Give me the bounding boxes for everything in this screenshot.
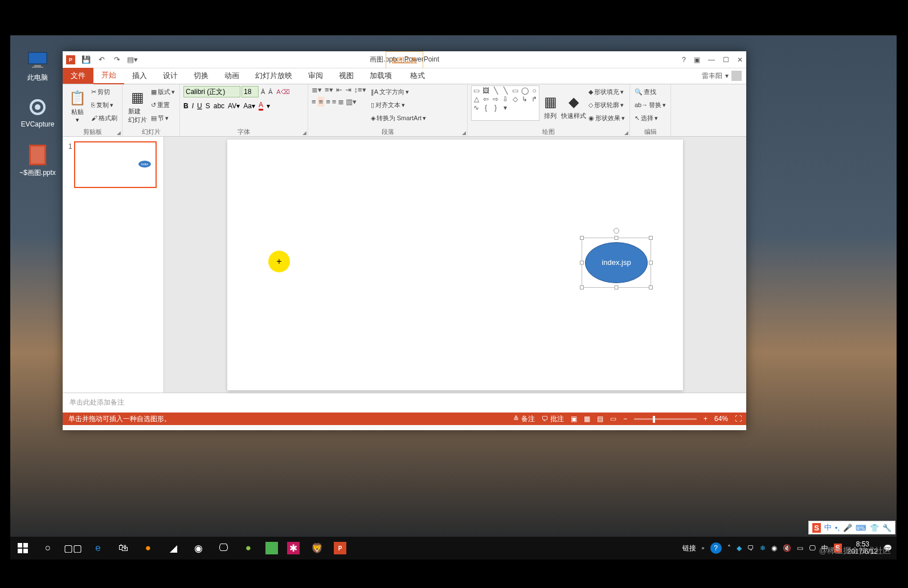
ime-tool-icon[interactable]: 🔧 [882,524,891,532]
tab-format[interactable]: 格式 [402,68,433,84]
dialog-launcher-icon[interactable]: ◢ [302,130,306,136]
comments-toggle[interactable]: 🗩 批注 [542,414,564,424]
arrange-button[interactable]: ▦排列 [541,85,560,126]
notes-toggle[interactable]: ≙ 备注 [513,414,534,424]
shape-arrow-l-icon[interactable]: ⇦ [482,95,490,103]
change-case-icon[interactable]: Aa▾ [243,102,255,110]
shape-brace-r-icon[interactable]: } [492,104,500,112]
align-right-icon[interactable]: ≡ [326,97,330,106]
store-icon[interactable]: 🛍 [115,540,131,556]
find-button[interactable]: 🔍 查找 [633,85,667,98]
resize-handle[interactable] [580,260,584,264]
paste-button[interactable]: 📋粘贴▾ [66,85,89,126]
tray-icon-5[interactable]: ▭ [797,544,803,552]
notes-pane[interactable]: 单击此处添加备注 [63,393,746,413]
shape-circle-icon[interactable]: ○ [530,87,538,95]
line-spacing-icon[interactable]: ↕≡▾ [354,85,366,94]
underline-icon[interactable]: U [197,102,202,110]
shadow-icon[interactable]: abc [214,102,224,110]
redo-icon[interactable]: ↷ [112,55,121,64]
ime-keyboard-icon[interactable]: ⌨ [856,524,866,532]
shape-rect-icon[interactable]: ▭ [511,87,519,95]
ellipse-shape[interactable]: index.jsp [585,242,648,283]
shapes-gallery[interactable]: ▭🖼╲╲▭◯ ○△⇦⇨⇩◇ ↳↱∿{}▾ [471,85,539,121]
layout-button[interactable]: ▦ 版式 ▾ [150,85,176,98]
tab-animation[interactable]: 动画 [216,68,247,84]
app-icon-4[interactable] [265,542,278,554]
ime-lang[interactable]: 中 [824,522,832,533]
sorter-view-icon[interactable]: ▦ [584,415,590,423]
slideshow-view-icon[interactable]: ▭ [610,415,616,423]
slide[interactable]: + index.jsp [227,140,683,390]
resize-handle[interactable] [649,260,653,264]
user-account[interactable]: 雷丰阳 ▾ [702,71,742,81]
minimize-icon[interactable]: — [708,56,715,64]
tray-icon-1[interactable]: ◆ [737,544,742,552]
decrease-indent-icon[interactable]: ⇤ [336,85,342,94]
shape-fill-button[interactable]: ◆ 形状填充 ▾ [587,85,626,98]
cortana-icon[interactable]: ○ [40,540,56,556]
shape-line2-icon[interactable]: ╲ [501,87,509,95]
normal-view-icon[interactable]: ▣ [571,415,577,423]
tab-file[interactable]: 文件 [63,68,93,84]
link-label[interactable]: 链接 [682,544,696,553]
select-button[interactable]: ↖ 选择 ▾ [633,112,667,124]
zoom-thumb[interactable] [653,416,655,423]
tray-icon-6[interactable]: 🖵 [809,544,816,552]
taskbar-powerpoint-icon[interactable]: P [334,542,346,554]
zoom-in-icon[interactable]: + [704,415,707,423]
replace-button[interactable]: ab→ 替换 ▾ [633,99,667,111]
resize-handle[interactable] [649,285,653,289]
volume-icon[interactable]: 🔇 [783,544,791,552]
tab-slideshow[interactable]: 幻灯片放映 [247,68,300,84]
firefox-icon[interactable]: ● [140,540,156,556]
tab-transition[interactable]: 切换 [186,68,216,84]
shape-more-icon[interactable]: ▾ [501,104,509,112]
zoom-level[interactable]: 64% [714,415,728,423]
shape-conn2-icon[interactable]: ↱ [530,95,538,103]
tab-addins[interactable]: 加载项 [362,68,400,84]
shape-textbox-icon[interactable]: ▭ [472,87,480,95]
xmind-icon[interactable]: ✱ [287,542,300,554]
ime-toolbar[interactable]: S 中 •, 🎤 ⌨ 👕 🔧 [808,521,895,534]
section-button[interactable]: ▤ 节 ▾ [150,112,176,124]
shape-conn1-icon[interactable]: ↳ [521,95,529,103]
dialog-launcher-icon[interactable]: ◢ [462,130,466,136]
help-tray-icon[interactable]: ? [710,542,722,554]
convert-smartart-button[interactable]: ◈ 转换为 SmartArt ▾ [370,112,427,124]
shape-arrow-d-icon[interactable]: ⇩ [501,95,509,103]
help-icon[interactable]: ? [682,56,686,64]
maximize-icon[interactable]: ☐ [723,56,729,64]
shape-line-icon[interactable]: ╲ [492,87,500,95]
undo-icon[interactable]: ↶ [97,55,106,64]
increase-font-icon[interactable]: Â [260,85,266,98]
slide-canvas-area[interactable]: + index.jsp [164,137,746,393]
tab-review[interactable]: 审阅 [300,68,331,84]
decrease-font-icon[interactable]: Ǎ [267,85,274,98]
align-left-icon[interactable]: ≡ [312,97,316,106]
tray-chevron-icon[interactable]: ˄ [727,544,731,552]
desktop-icon-tempfile[interactable]: ~$画图.pptx [17,144,58,178]
font-size-select[interactable] [242,86,259,97]
title-bar[interactable]: P 💾 ↶ ↷ ▤▾ 画图.pptx - PowerPoint 绘图工具 ? ▣… [63,51,746,68]
strikethrough-icon[interactable]: S [206,102,210,110]
columns-icon[interactable]: ▥▾ [346,97,357,106]
dialog-launcher-icon[interactable]: ◢ [624,130,628,136]
app-icon-1[interactable]: ◢ [165,540,181,556]
tray-icon-4[interactable]: ◉ [771,544,777,552]
shape-outline-button[interactable]: ◇ 形状轮廓 ▾ [587,99,626,111]
sogou-icon[interactable]: S [812,523,821,533]
copy-button[interactable]: ⎘复制 ▾ [90,99,118,111]
font-family-select[interactable] [183,86,240,97]
ime-mic-icon[interactable]: 🎤 [843,524,852,532]
reading-view-icon[interactable]: ▤ [597,415,603,423]
shape-oval-icon[interactable]: ◯ [521,87,529,95]
shape-brace-l-icon[interactable]: { [482,104,490,112]
zoom-out-icon[interactable]: − [623,415,627,423]
italic-icon[interactable]: I [192,102,194,110]
shape-text[interactable]: index.jsp [602,258,631,267]
edge-icon[interactable]: e [90,540,106,556]
format-painter-button[interactable]: 🖌格式刷 [90,112,118,124]
bold-icon[interactable]: B [183,102,189,110]
shape-diamond-icon[interactable]: ◇ [511,95,519,103]
